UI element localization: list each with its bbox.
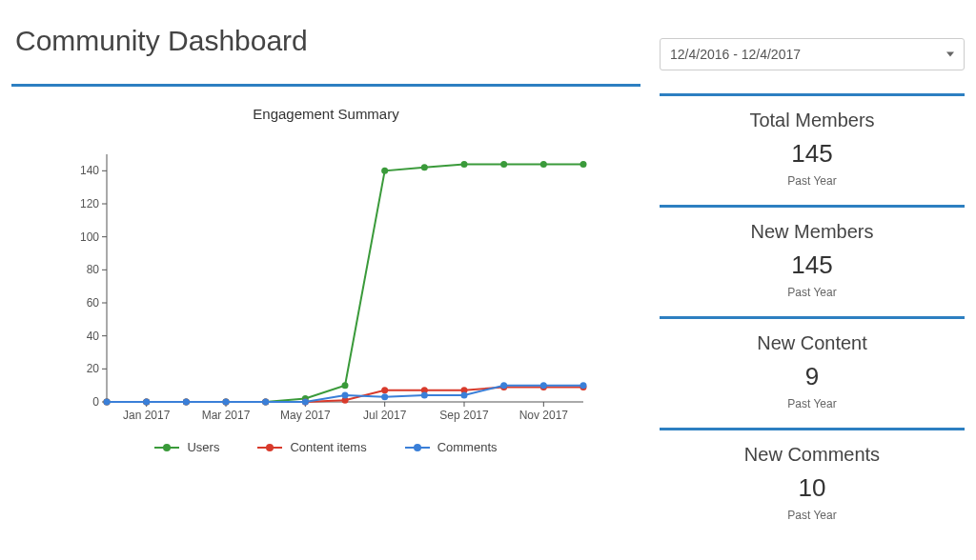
stat-label: New Comments	[660, 444, 965, 466]
stat-label: New Content	[660, 332, 965, 354]
date-range-value: 12/4/2016 - 12/4/2017	[670, 47, 801, 62]
svg-point-50	[381, 387, 388, 393]
date-range-select[interactable]: 12/4/2016 - 12/4/2017	[660, 38, 965, 70]
legend-users: Users	[154, 440, 219, 454]
svg-point-61	[302, 399, 309, 406]
svg-point-62	[342, 392, 349, 399]
chart-plot: 020406080100120140Jan 2017Mar 2017May 20…	[59, 145, 593, 430]
legend-comments: Comments	[405, 440, 498, 454]
svg-point-41	[540, 161, 547, 168]
stat-value: 9	[660, 362, 965, 391]
svg-text:May 2017: May 2017	[280, 409, 331, 422]
svg-text:120: 120	[80, 197, 99, 210]
stat-sub: Past Year	[660, 174, 965, 188]
legend-label: Users	[187, 440, 219, 454]
stat-label: New Members	[660, 221, 965, 243]
svg-text:140: 140	[80, 164, 99, 177]
svg-point-57	[143, 399, 150, 406]
stat-total-members: Total Members 145 Past Year	[660, 96, 965, 201]
svg-text:Jul 2017: Jul 2017	[363, 409, 407, 422]
stat-sub: Past Year	[660, 397, 965, 410]
stat-value: 10	[660, 473, 965, 503]
svg-point-59	[223, 399, 230, 406]
svg-text:Mar 2017: Mar 2017	[202, 409, 251, 422]
legend-swatch-content	[257, 447, 282, 449]
svg-text:Sep 2017: Sep 2017	[439, 409, 489, 422]
svg-text:80: 80	[87, 263, 100, 276]
svg-point-63	[381, 393, 388, 400]
chart-legend: Users Content items Comments	[11, 440, 640, 454]
stat-sub: Past Year	[660, 286, 965, 299]
svg-point-40	[500, 161, 507, 168]
svg-point-65	[461, 392, 468, 399]
svg-point-58	[183, 399, 190, 406]
svg-point-64	[421, 392, 428, 399]
svg-point-68	[580, 382, 587, 389]
stat-new-members: New Members 145 Past Year	[660, 208, 965, 312]
svg-text:100: 100	[80, 230, 99, 244]
svg-text:40: 40	[87, 330, 100, 343]
svg-point-60	[262, 399, 269, 406]
svg-text:Jan 2017: Jan 2017	[123, 409, 171, 422]
svg-text:60: 60	[87, 296, 100, 310]
legend-content: Content items	[257, 440, 366, 454]
stat-new-content: New Content 9 Past Year	[660, 319, 965, 424]
chart-title: Engagement Summary	[11, 106, 640, 122]
svg-point-38	[421, 164, 428, 170]
svg-point-56	[104, 399, 111, 406]
svg-point-39	[461, 161, 468, 168]
svg-point-42	[580, 161, 587, 168]
engagement-chart: Engagement Summary 020406080100120140Jan…	[11, 87, 640, 464]
stat-label: Total Members	[660, 110, 965, 131]
page-title: Community Dashboard	[15, 25, 640, 57]
svg-text:20: 20	[87, 362, 100, 375]
chevron-down-icon	[946, 52, 954, 57]
svg-point-37	[381, 168, 388, 174]
legend-label: Comments	[437, 440, 498, 454]
stat-new-comments: New Comments 10 Past Year	[660, 430, 965, 535]
svg-point-66	[500, 382, 507, 389]
svg-point-36	[342, 382, 349, 389]
legend-label: Content items	[290, 440, 366, 454]
stat-value: 145	[660, 139, 965, 169]
svg-text:Nov 2017: Nov 2017	[519, 409, 569, 422]
svg-text:0: 0	[92, 395, 99, 409]
stat-value: 145	[660, 250, 965, 280]
svg-point-67	[540, 382, 547, 389]
stat-sub: Past Year	[660, 509, 965, 522]
legend-swatch-users	[154, 447, 179, 449]
legend-swatch-comments	[405, 447, 430, 449]
